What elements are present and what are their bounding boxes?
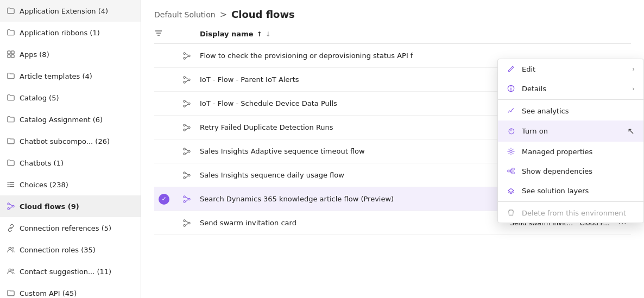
- svg-point-12: [8, 208, 10, 210]
- menu-item-details[interactable]: Details›: [498, 79, 643, 98]
- application-ribbons-icon: [7, 28, 15, 37]
- svg-point-34: [184, 153, 186, 155]
- sidebar-item-custom-api[interactable]: Custom API (45): [0, 282, 141, 298]
- row-name: Search Dynamics 365 knowledge article fl…: [200, 188, 506, 210]
- breadcrumb: Default Solution > Cloud flows: [141, 0, 644, 24]
- svg-point-26: [184, 100, 186, 102]
- svg-point-33: [188, 150, 191, 153]
- menu-label-delete-from-env: Delete from this environment: [522, 209, 626, 217]
- sidebar-item-chatbot-subcompo[interactable]: Chatbot subcompo... (26): [0, 130, 141, 152]
- edit-icon: [507, 65, 515, 73]
- svg-point-35: [184, 172, 186, 174]
- svg-point-10: [8, 203, 10, 205]
- sidebar-item-connection-references[interactable]: Connection references (5): [0, 217, 141, 239]
- svg-point-13: [9, 247, 11, 249]
- main-content: Default Solution > Cloud flows Display n…: [141, 0, 644, 298]
- svg-rect-50: [512, 172, 514, 174]
- svg-point-5: [8, 182, 9, 183]
- sidebar-item-cloud-flows[interactable]: Cloud flows (9): [0, 195, 141, 217]
- svg-point-38: [184, 195, 186, 198]
- menu-item-see-solution-layers[interactable]: See solution layers: [498, 181, 643, 200]
- svg-point-28: [184, 105, 186, 107]
- svg-point-47: [510, 150, 512, 153]
- svg-point-27: [188, 103, 191, 105]
- row-flow-icon: [178, 172, 195, 179]
- breadcrumb-parent[interactable]: Default Solution: [154, 10, 216, 19]
- sidebar-label-chatbot-subcompo: Chatbot subcompo... (26): [20, 137, 134, 145]
- svg-rect-3: [11, 55, 14, 58]
- see-analytics-icon: [507, 106, 515, 115]
- sidebar-label-contact-suggestion: Contact suggestion... (11): [20, 268, 134, 276]
- svg-rect-0: [8, 51, 10, 54]
- header-name-col[interactable]: Display name ↑ ↓: [200, 30, 631, 38]
- catalog-assignment-icon: [7, 115, 15, 124]
- cursor-indicator: ↖: [628, 126, 635, 136]
- contact-suggestion-icon: [7, 267, 15, 276]
- sidebar-item-chatbots[interactable]: Chatbots (1): [0, 152, 141, 174]
- details-icon: [507, 84, 515, 93]
- row-name: Send swarm invitation card: [200, 212, 506, 233]
- sidebar-item-application-extension[interactable]: Application Extension (4): [0, 0, 141, 22]
- svg-point-46: [510, 86, 511, 87]
- svg-point-22: [184, 57, 186, 59]
- sidebar-label-catalog-assignment: Catalog Assignment (6): [20, 116, 134, 124]
- svg-point-41: [184, 219, 186, 221]
- svg-rect-2: [8, 55, 10, 58]
- sidebar-label-chatbots: Chatbots (1): [20, 159, 134, 167]
- sidebar-label-cloud-flows: Cloud flows (9): [20, 202, 134, 211]
- svg-rect-1: [11, 51, 14, 54]
- sidebar-item-connection-roles[interactable]: Connection roles (35): [0, 239, 141, 261]
- svg-point-20: [184, 52, 186, 54]
- menu-label-turn-on: Turn on: [522, 127, 548, 135]
- menu-item-turn-on[interactable]: Turn on↖: [498, 121, 643, 142]
- sidebar-item-catalog-assignment[interactable]: Catalog Assignment (6): [0, 109, 141, 130]
- turn-on-icon: [507, 127, 515, 136]
- sidebar-label-application-ribbons: Application ribbons (1): [20, 29, 134, 37]
- display-name-label: Display name: [200, 30, 254, 38]
- sort-desc-icon[interactable]: ↓: [266, 30, 271, 38]
- check-circle-icon: ✓: [159, 194, 169, 205]
- menu-label-details: Details: [522, 85, 546, 93]
- row-flow-icon: [178, 52, 195, 60]
- menu-label-edit: Edit: [522, 65, 535, 73]
- sidebar-item-application-ribbons[interactable]: Application ribbons (1): [0, 22, 141, 43]
- svg-point-25: [184, 81, 186, 83]
- row-checkbox[interactable]: ✓: [154, 194, 174, 205]
- svg-point-40: [184, 200, 186, 202]
- svg-point-11: [12, 205, 15, 207]
- svg-rect-48: [508, 170, 510, 172]
- menu-item-managed-properties[interactable]: Managed properties: [498, 142, 643, 161]
- sidebar-label-connection-references: Connection references (5): [20, 224, 134, 232]
- sidebar-item-apps[interactable]: Apps (8): [0, 43, 141, 65]
- chevron-icon: ›: [633, 66, 635, 73]
- custom-api-icon: [7, 289, 15, 297]
- sidebar-label-connection-roles: Connection roles (35): [20, 246, 134, 254]
- menu-item-see-analytics[interactable]: See analytics: [498, 101, 643, 121]
- menu-item-edit[interactable]: Edit›: [498, 59, 643, 79]
- sidebar-item-article-templates[interactable]: Article templates (4): [0, 65, 141, 87]
- menu-item-delete-from-env: Delete from this environment: [498, 203, 643, 223]
- menu-item-show-dependencies[interactable]: Show dependencies: [498, 161, 643, 181]
- svg-point-42: [188, 222, 191, 224]
- sidebar-label-custom-api: Custom API (45): [20, 289, 134, 297]
- menu-divider: [498, 99, 643, 100]
- article-templates-icon: [7, 72, 15, 80]
- row-flow-icon: [178, 148, 195, 155]
- sidebar-item-contact-suggestion[interactable]: Contact suggestion... (11): [0, 261, 141, 282]
- svg-point-39: [188, 198, 191, 200]
- sidebar-item-choices[interactable]: Choices (238): [0, 174, 141, 195]
- svg-point-23: [184, 76, 186, 78]
- svg-point-31: [184, 129, 186, 131]
- sidebar-item-catalog[interactable]: Catalog (5): [0, 87, 141, 109]
- svg-point-37: [184, 176, 186, 179]
- sidebar-label-catalog: Catalog (5): [20, 94, 134, 102]
- svg-point-24: [188, 79, 191, 81]
- row-flow-icon: [178, 76, 195, 84]
- header-check-col: [154, 29, 174, 39]
- svg-point-32: [184, 148, 186, 150]
- sidebar-label-application-extension: Application Extension (4): [20, 7, 134, 15]
- sidebar: Application Extension (4)Application rib…: [0, 0, 141, 298]
- menu-divider-2: [498, 201, 643, 202]
- svg-point-15: [9, 269, 11, 271]
- sort-asc-icon[interactable]: ↑: [257, 30, 262, 38]
